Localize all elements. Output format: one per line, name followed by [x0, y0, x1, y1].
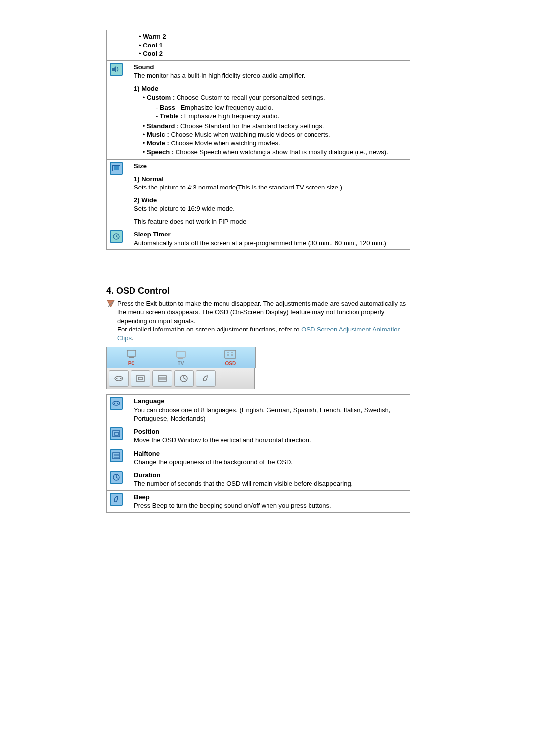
tab-pc-label: PC — [128, 361, 135, 366]
svg-point-20 — [120, 378, 122, 379]
half-text: Change the opaqueness of the background … — [134, 458, 407, 467]
duration-icon — [110, 471, 123, 484]
svg-line-5 — [116, 236, 118, 237]
svg-rect-21 — [136, 376, 144, 381]
svg-rect-11 — [225, 350, 236, 358]
beep-text: Press Beep to turn the beeping sound on/… — [134, 501, 407, 510]
dur-icon-cell — [107, 469, 131, 490]
osd-toolbar — [106, 368, 255, 389]
half-icon-cell — [107, 447, 131, 469]
lang-icon-cell — [107, 395, 131, 425]
svg-rect-33 — [113, 431, 120, 437]
svg-rect-34 — [115, 432, 118, 435]
sleep-title: Sleep Timer — [134, 230, 407, 239]
svg-marker-0 — [112, 66, 116, 73]
music-item: Music : Choose Music when watching music… — [147, 130, 407, 139]
osd-heading: 4. OSD Control — [106, 285, 410, 297]
language-icon — [110, 397, 123, 410]
warm2-label: Warm 2 — [143, 33, 166, 40]
intro-b: For detailed information on screen adjus… — [117, 326, 301, 333]
halftone-icon — [110, 449, 123, 462]
aspect-icon — [110, 162, 123, 175]
tab-osd-label: OSD — [225, 361, 236, 366]
beep-cell: Beep Press Beep to turn the beeping soun… — [131, 490, 410, 512]
svg-rect-8 — [129, 357, 134, 358]
empty-icon-cell — [107, 30, 131, 61]
speaker-icon — [110, 63, 123, 76]
dur-text: The number of seconds that the OSD will … — [134, 479, 407, 488]
color-temp-cell: • Warm 2 • Cool 1 • Cool 2 — [131, 30, 410, 61]
sleep-text: Automatically shuts off the screen at a … — [134, 239, 407, 248]
svg-point-18 — [115, 376, 123, 381]
sound-desc: The monitor has a built-in high fidelity… — [134, 71, 407, 80]
tab-tv-label: TV — [178, 361, 184, 366]
normal-label: 1) Normal — [134, 175, 407, 184]
position-icon — [110, 427, 123, 440]
tab-pc[interactable]: PC — [107, 347, 156, 368]
movie-item: Movie : Choose Movie when watching movie… — [147, 139, 407, 148]
beep-title: Beep — [134, 493, 407, 502]
osd-tabs: PC TV OSD — [106, 347, 256, 369]
tool-beep[interactable] — [196, 370, 216, 387]
tool-language[interactable] — [109, 370, 129, 387]
dur-cell: Duration The number of seconds that the … — [131, 469, 410, 490]
tab-tv[interactable]: TV — [156, 347, 206, 368]
pos-cell: Position Move the OSD Window to the vert… — [131, 425, 410, 447]
sleep-icon-cell — [107, 228, 131, 250]
osd-intro: Press the Exit button to make the menu d… — [117, 299, 410, 343]
svg-point-30 — [113, 401, 120, 405]
sleep-cell: Sleep Timer Automatically shuts off the … — [131, 228, 410, 250]
divider — [106, 280, 410, 280]
cool1-label: Cool 1 — [143, 42, 163, 49]
intro-a: Press the Exit button to make the menu d… — [117, 300, 406, 325]
cool2-label: Cool 2 — [143, 50, 163, 57]
svg-rect-9 — [177, 351, 185, 357]
size-note: This feature does not work in PIP mode — [134, 217, 407, 226]
svg-rect-22 — [138, 377, 142, 380]
tool-duration[interactable] — [174, 370, 194, 387]
svg-point-31 — [114, 403, 115, 404]
wide-text: Sets the picture to 16:9 wide mode. — [134, 204, 407, 213]
svg-line-41 — [116, 477, 118, 478]
sound-icon-cell — [107, 60, 131, 159]
intro-dot: . — [132, 334, 134, 342]
dur-title: Duration — [134, 471, 407, 480]
size-title: Size — [134, 162, 407, 171]
lang-text: You can choose one of 8 languages. (Engl… — [134, 406, 407, 423]
half-title: Halftone — [134, 449, 407, 458]
treble-item: Treble : Emphasize high frequency audio. — [160, 112, 407, 121]
pos-title: Position — [134, 427, 407, 436]
svg-line-29 — [184, 378, 186, 379]
lang-title: Language — [134, 397, 407, 406]
tab-osd[interactable]: OSD — [206, 347, 255, 368]
standard-item: Standard : Choose Standard for the stand… — [147, 122, 407, 131]
svg-rect-2 — [114, 166, 119, 170]
normal-text: Sets the picture to 4:3 normal mode(This… — [134, 183, 407, 192]
size-icon-cell — [107, 160, 131, 228]
info-icon — [106, 299, 117, 343]
osd-table: Language You can choose one of 8 languag… — [106, 394, 410, 513]
clock-icon — [110, 230, 123, 243]
speech-item: Speech : Choose Speech when watching a s… — [147, 148, 407, 157]
settings-table-top: • Warm 2 • Cool 1 • Cool 2 Sound The mon… — [106, 30, 410, 250]
beep-icon — [110, 493, 123, 506]
svg-rect-7 — [127, 350, 136, 356]
beep-icon-cell — [107, 490, 131, 512]
sound-title: Sound — [134, 63, 154, 71]
svg-point-32 — [117, 403, 118, 404]
wide-label: 2) Wide — [134, 196, 407, 205]
pos-icon-cell — [107, 425, 131, 447]
sound-cell: Sound The monitor has a built-in high fi… — [131, 60, 410, 159]
custom-item: Custom : Choose Custom to recall your pe… — [147, 94, 407, 121]
mode-label: 1) Mode — [134, 84, 407, 93]
lang-cell: Language You can choose one of 8 languag… — [131, 395, 410, 425]
svg-point-19 — [116, 378, 118, 379]
pos-text: Move the OSD Window to the vertical and … — [134, 436, 407, 445]
tool-position[interactable] — [131, 370, 150, 387]
size-cell: Size 1) Normal Sets the picture to 4:3 n… — [131, 160, 410, 228]
bass-item: Bass : Emphasize low frequency audio. — [160, 103, 407, 112]
half-cell: Halftone Change the opaqueness of the ba… — [131, 447, 410, 469]
tool-halftone[interactable] — [152, 370, 172, 387]
